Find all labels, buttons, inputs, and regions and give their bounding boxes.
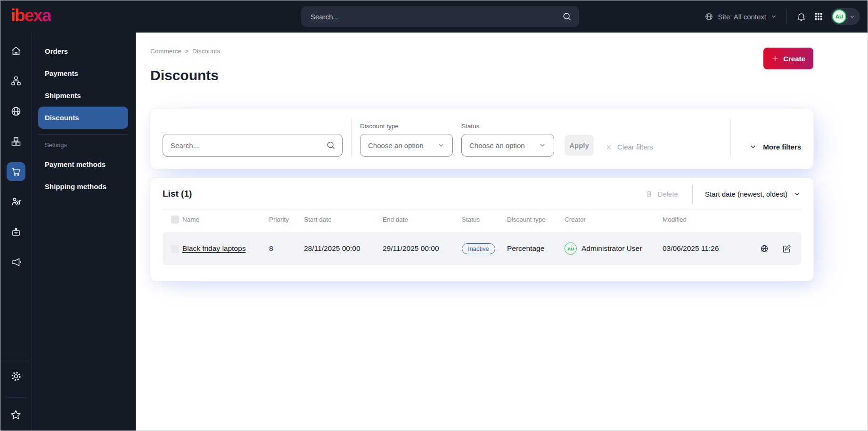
status-value: Choose an option xyxy=(469,141,525,149)
chevron-down-icon xyxy=(749,142,757,151)
chevron-down-icon xyxy=(849,14,855,20)
site-hidden-icon[interactable] xyxy=(760,244,770,254)
menu-item-payments[interactable]: Payments xyxy=(38,62,128,84)
discount-type-label: Discount type xyxy=(360,123,453,130)
clear-x-icon xyxy=(605,143,613,151)
notifications-bell-icon[interactable] xyxy=(796,12,806,22)
avatar: AU xyxy=(832,9,846,24)
global-search-input[interactable] xyxy=(311,13,562,21)
breadcrumb-discounts: Discounts xyxy=(192,48,220,55)
cell-creator: Administrator User xyxy=(581,244,642,253)
row-checkbox[interactable] xyxy=(171,245,179,253)
cell-start-date: 28/11/2025 00:00 xyxy=(304,244,383,253)
chevron-down-icon xyxy=(437,141,445,149)
cell-modified: 03/06/2025 11:26 xyxy=(663,244,752,253)
create-button-label: Create xyxy=(783,55,805,63)
breadcrumb-separator: > xyxy=(185,48,188,55)
cell-end-date: 29/11/2025 00:00 xyxy=(383,244,462,253)
site-context-switcher[interactable]: Site: All context xyxy=(704,12,777,21)
creator-avatar: AU xyxy=(565,242,577,255)
site-globe-icon xyxy=(704,12,713,21)
select-all-checkbox[interactable] xyxy=(171,216,179,224)
menu-item-orders[interactable]: Orders xyxy=(38,40,128,62)
list-head-divider xyxy=(692,184,693,204)
ibexa-logo: ibexa xyxy=(11,7,51,27)
nav-site-icon[interactable] xyxy=(7,102,25,121)
status-badge: Inactive xyxy=(462,243,495,254)
app-grid-icon[interactable] xyxy=(814,12,823,21)
sort-dropdown[interactable]: Start date (newest, oldest) xyxy=(705,190,801,198)
topbar-divider xyxy=(786,9,787,24)
more-filters-button[interactable]: More filters xyxy=(749,142,801,151)
col-modified: Modified xyxy=(663,216,752,223)
nav-customers-icon[interactable] xyxy=(7,192,25,211)
clear-filters-label: Clear filters xyxy=(617,143,653,151)
search-icon[interactable] xyxy=(326,141,336,150)
col-name: Name xyxy=(182,216,269,223)
status-select[interactable]: Choose an option xyxy=(461,134,554,157)
breadcrumb: Commerce > Discounts xyxy=(150,48,868,55)
nav-site-structure-icon[interactable] xyxy=(7,72,25,91)
menu-settings-label: Settings xyxy=(32,141,136,149)
discount-type-select[interactable]: Choose an option xyxy=(360,134,453,157)
topbar: ibexa Site: All context AU xyxy=(0,0,868,33)
filter-search-input[interactable] xyxy=(171,141,326,149)
status-label: Status xyxy=(461,123,554,130)
cell-discount-type: Percentage xyxy=(507,244,565,253)
col-start-date: Start date xyxy=(304,216,383,223)
chevron-down-icon xyxy=(770,13,777,20)
list-title: List (1) xyxy=(163,189,192,199)
user-menu[interactable]: AU xyxy=(831,8,860,25)
create-button[interactable]: Create xyxy=(763,48,813,69)
col-discount-type: Discount type xyxy=(507,216,565,223)
nav-marketing-megaphone-icon[interactable] xyxy=(7,253,25,272)
main-content: Commerce > Discounts Create Discounts Di… xyxy=(136,33,868,431)
nav-commerce-cart-icon[interactable] xyxy=(7,162,25,181)
sort-label: Start date (newest, oldest) xyxy=(705,190,787,198)
nav-products-icon[interactable] xyxy=(7,132,25,151)
more-filters-label: More filters xyxy=(763,143,801,151)
page-title: Discounts xyxy=(150,66,868,85)
commerce-menu: Orders Payments Shipments Discounts Sett… xyxy=(32,33,136,431)
global-search[interactable] xyxy=(301,6,579,27)
site-context-label: Site: All context xyxy=(718,13,766,21)
table-header: Name Priority Start date End date Status… xyxy=(163,209,801,229)
trash-icon xyxy=(645,190,653,198)
col-end-date: End date xyxy=(383,216,462,223)
delete-button[interactable]: Delete xyxy=(645,190,678,198)
chevron-down-icon xyxy=(539,141,546,149)
clear-filters-button[interactable]: Clear filters xyxy=(605,143,653,151)
discounts-list: List (1) Delete Start date (newest, olde… xyxy=(150,178,813,281)
rail-divider xyxy=(6,397,26,398)
col-status: Status xyxy=(462,216,507,223)
nav-personnel-badge-icon[interactable] xyxy=(7,223,25,241)
col-priority: Priority xyxy=(269,216,304,223)
breadcrumb-commerce[interactable]: Commerce xyxy=(150,48,181,55)
menu-item-payment-methods[interactable]: Payment methods xyxy=(38,153,128,175)
nav-home-icon[interactable] xyxy=(7,41,25,60)
col-creator: Creator xyxy=(565,216,663,223)
filters-bar: Discount type Choose an option Status Ch… xyxy=(150,108,813,169)
menu-item-shipping-methods[interactable]: Shipping methods xyxy=(38,175,128,198)
filter-search[interactable] xyxy=(163,134,343,157)
nav-bookmarks-star-icon[interactable] xyxy=(7,405,25,424)
plus-icon xyxy=(771,55,779,62)
filter-divider xyxy=(351,119,352,157)
menu-item-discounts[interactable]: Discounts xyxy=(38,107,128,129)
icon-rail xyxy=(0,33,32,431)
delete-button-label: Delete xyxy=(658,190,678,198)
apply-button[interactable]: Apply xyxy=(565,135,594,156)
menu-divider xyxy=(38,134,128,135)
chevron-down-icon xyxy=(793,190,801,198)
discount-type-value: Choose an option xyxy=(368,141,424,149)
menu-item-shipments[interactable]: Shipments xyxy=(38,84,128,107)
table-row: Black friday laptops 8 28/11/2025 00:00 … xyxy=(163,232,801,265)
rail-divider xyxy=(0,359,31,359)
cell-priority: 8 xyxy=(269,244,304,253)
nav-settings-gear-icon[interactable] xyxy=(7,367,25,386)
edit-icon[interactable] xyxy=(782,244,792,254)
discount-name-link[interactable]: Black friday laptops xyxy=(182,244,246,252)
filter-divider xyxy=(730,119,731,157)
search-icon[interactable] xyxy=(562,12,572,21)
